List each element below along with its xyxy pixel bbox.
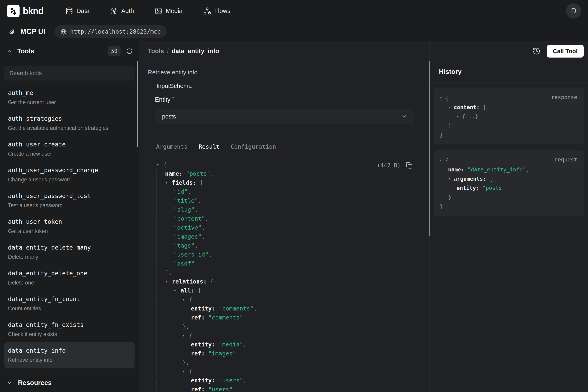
json-key: fields: xyxy=(172,179,200,186)
sidebar-item-auth_strategies[interactable]: auth_strategiesGet the available authent… xyxy=(4,110,135,136)
splitter-handle[interactable] xyxy=(429,61,430,236)
sidebar-item-data_entity_info[interactable]: data_entity_infoRetrieve entity info xyxy=(4,342,135,368)
history-entry-tag: response xyxy=(551,94,577,100)
nav-item-flows[interactable]: Flows xyxy=(203,7,230,15)
json-collapse-icon[interactable]: ▾ xyxy=(182,297,189,302)
chevron-up-icon[interactable] xyxy=(6,48,12,54)
indent-guide xyxy=(165,385,174,392)
indent-guide xyxy=(182,349,191,358)
sidebar-item-data_entity_delete_one[interactable]: data_entity_delete_oneDelete one xyxy=(4,265,135,291)
json-punct: } xyxy=(448,194,451,200)
history-entries: response▾{▾content: [▸{...}]}request▾{na… xyxy=(430,82,588,222)
tab-configuration[interactable]: Configuration xyxy=(231,139,276,154)
main-panel: Tools / data_entity_info Retrieve entity… xyxy=(139,41,429,392)
json-line: "images", xyxy=(157,232,413,241)
sidebar-item-auth_user_password_test[interactable]: auth_user_password_testTest a user's pas… xyxy=(4,188,135,214)
breadcrumb-section[interactable]: Tools xyxy=(148,48,164,55)
json-line: "users_id", xyxy=(157,250,413,259)
json-collapse-icon[interactable]: ▾ xyxy=(448,176,454,181)
json-collapse-icon[interactable]: ▾ xyxy=(440,96,445,100)
tools-section-header[interactable]: Tools 50 xyxy=(0,41,139,61)
json-line: ▾{ xyxy=(157,367,413,376)
json-string: "active" xyxy=(174,224,201,231)
history-entry-response[interactable]: response▾{▾content: [▸{...}]} xyxy=(434,88,584,144)
nav-item-label: Auth xyxy=(121,8,134,14)
tools-section-title: Tools xyxy=(17,47,34,55)
json-string: "slug" xyxy=(174,206,195,213)
json-line: "title", xyxy=(157,196,413,205)
tool-description: Delete many xyxy=(8,254,131,260)
json-line: ▾all: [ xyxy=(157,286,413,295)
resources-section-header[interactable]: Resources xyxy=(0,373,139,392)
copy-icon[interactable] xyxy=(406,162,412,169)
sidebar-item-data_entity_fn_count[interactable]: data_entity_fn_countCount entities xyxy=(4,291,135,316)
tool-description: Delete one xyxy=(8,280,131,286)
indent-guide xyxy=(157,187,165,196)
search-input[interactable] xyxy=(9,70,129,76)
sidebar-item-auth_user_token[interactable]: auth_user_tokenGet a user token xyxy=(4,214,135,239)
tool-name: data_entity_delete_many xyxy=(8,244,131,251)
json-punct: [ xyxy=(198,287,201,294)
json-punct: [ xyxy=(483,104,486,110)
sidebar-item-auth_user_create[interactable]: auth_user_createCreate a new user xyxy=(4,136,135,162)
json-line: entity: "users", xyxy=(157,376,413,385)
sidebar-scrollbar[interactable] xyxy=(137,61,138,147)
chevron-down-icon xyxy=(400,113,407,120)
json-line: }, xyxy=(157,358,413,367)
json-collapse-icon[interactable]: ▾ xyxy=(182,369,189,374)
tab-arguments[interactable]: Arguments xyxy=(156,139,188,154)
entity-field-label: Entity* xyxy=(155,96,414,103)
history-entry-request[interactable]: request▾{name: "data_entity_info",▾argum… xyxy=(434,150,584,216)
entity-select[interactable]: posts xyxy=(155,109,414,124)
json-string: "comments" xyxy=(208,314,243,321)
call-tool-button[interactable]: Call Tool xyxy=(547,45,584,58)
json-expand-icon[interactable]: ▸ xyxy=(456,114,462,119)
json-line: ▸{...} xyxy=(440,112,578,121)
sidebar-item-auth_user_password_change[interactable]: auth_user_password_changeChange a user's… xyxy=(4,162,135,188)
tool-description: Retrieve entity info xyxy=(148,69,421,76)
json-collapse-icon[interactable]: ▾ xyxy=(174,288,181,293)
tab-result[interactable]: Result xyxy=(198,139,219,154)
refresh-icon[interactable] xyxy=(126,48,133,54)
indent-guide xyxy=(165,286,174,295)
tool-name: data_entity_fn_count xyxy=(8,296,131,302)
chevron-down-icon[interactable] xyxy=(7,380,13,386)
tools-list: auth_meGet the current userauth_strategi… xyxy=(0,61,139,373)
indent-guide xyxy=(182,304,191,313)
json-string: "users" xyxy=(219,377,243,384)
indent-guide xyxy=(165,331,174,340)
tool-items: auth_meGet the current userauth_strategi… xyxy=(4,84,135,368)
indent-guide xyxy=(174,331,182,340)
json-line: ▾{ xyxy=(157,331,413,340)
indent-guide xyxy=(182,385,191,392)
user-avatar[interactable]: D xyxy=(566,4,581,18)
indent-guide xyxy=(165,358,174,367)
json-line: name: "posts", xyxy=(157,169,413,178)
indent-guide xyxy=(440,165,448,174)
sidebar: Tools 50 auth_meGet the current userauth… xyxy=(0,41,139,392)
mcp-url-chip[interactable]: http://localhost:28623/mcp xyxy=(54,25,167,38)
sidebar-item-data_entity_fn_exists[interactable]: data_entity_fn_existsCheck if entity exi… xyxy=(4,316,135,342)
indent-guide xyxy=(157,385,165,392)
json-collapse-icon[interactable]: ▾ xyxy=(165,279,172,284)
indent-guide xyxy=(157,295,165,304)
json-collapse-icon[interactable]: ▾ xyxy=(182,333,189,338)
indent-guide xyxy=(182,340,191,349)
nav-item-media[interactable]: Media xyxy=(155,7,183,15)
json-collapse-icon[interactable]: ▾ xyxy=(440,158,445,163)
sidebar-item-auth_me[interactable]: auth_meGet the current user xyxy=(4,84,135,110)
indent-guide xyxy=(165,232,174,241)
json-collapse-icon[interactable]: ▾ xyxy=(165,180,172,185)
nav-item-auth[interactable]: Auth xyxy=(110,7,134,15)
history-icon[interactable] xyxy=(533,47,541,55)
json-collapse-icon[interactable]: ▾ xyxy=(157,162,163,167)
json-collapse-icon[interactable]: ▾ xyxy=(448,105,454,110)
indent-guide xyxy=(165,349,174,358)
json-line: entity: "posts" xyxy=(440,183,578,192)
sidebar-item-data_entity_delete_many[interactable]: data_entity_delete_manyDelete many xyxy=(4,239,135,265)
brand-logo[interactable]: bknd xyxy=(7,4,43,18)
json-line: ref: "comments" xyxy=(157,313,413,322)
json-line: ], xyxy=(157,268,413,277)
nav-item-data[interactable]: Data xyxy=(65,7,89,15)
json-string: "media" xyxy=(219,341,243,348)
